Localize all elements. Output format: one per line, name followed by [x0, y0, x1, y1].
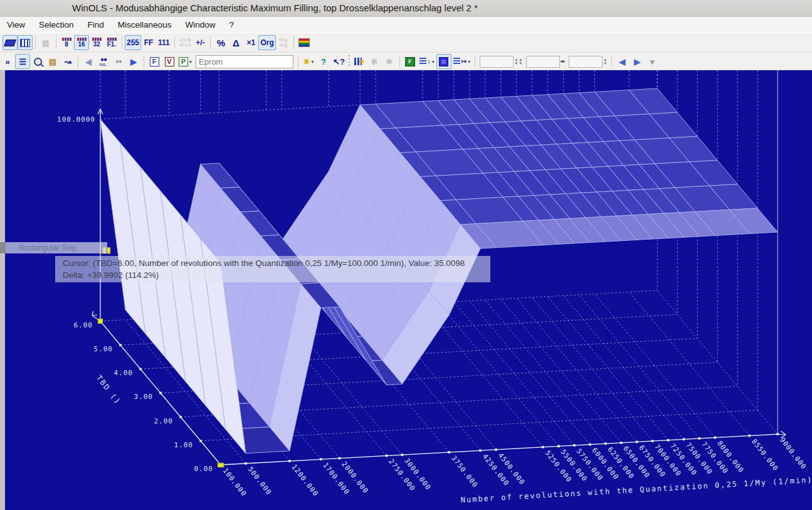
- toolbar-main: ▦81632F1.255FF111LO HIHI LO+/-%Δ×1OrgOrg…: [0, 33, 812, 53]
- delta-button[interactable]: Δ: [228, 35, 243, 50]
- letter-f-button[interactable]: F: [147, 54, 162, 69]
- spinner-left-right[interactable]: ◂▸: [560, 58, 565, 65]
- help-button[interactable]: ?: [316, 54, 331, 69]
- height-spinner[interactable]: ▲▼: [567, 54, 609, 69]
- letter-p-button[interactable]: P▾: [177, 54, 194, 69]
- snip-dot-icon: ●: [11, 245, 14, 251]
- svg-text:1200.000: 1200.000: [290, 463, 320, 498]
- list-icon: [419, 58, 426, 65]
- menu-item-miscellaneous[interactable]: Miscellaneous: [111, 18, 179, 31]
- width-8-button[interactable]: 8: [59, 35, 74, 50]
- column-width-button[interactable]: ↦▾: [451, 54, 472, 69]
- scroll-map-button[interactable]: ▤: [45, 54, 60, 69]
- svg-text:100.0000: 100.0000: [57, 115, 95, 124]
- svg-text:3750.000: 3750.000: [450, 454, 480, 489]
- magnifier-icon: [34, 58, 42, 66]
- menu-item-selection[interactable]: Selection: [32, 18, 81, 31]
- binoculars-icon: ●●: [115, 58, 122, 65]
- search-back-button[interactable]: ◀: [81, 54, 96, 69]
- eprom-input[interactable]: [194, 54, 295, 69]
- cursor-tooltip-line1: Cursor: (TBD=6.00, Number of revolutions…: [63, 257, 490, 269]
- toolbar-separator: [399, 55, 400, 68]
- svg-text:Number of revolutions with the: Number of revolutions with the Quantizat…: [460, 475, 812, 504]
- spin-box[interactable]: [526, 56, 560, 68]
- dropdown-caret-icon[interactable]: ▾: [189, 59, 192, 65]
- dropdown-caret-icon[interactable]: ▾: [468, 59, 470, 65]
- value-spinner[interactable]: ▲▼▲▼: [478, 54, 524, 69]
- map-3d-icon: [4, 40, 16, 46]
- map-list-caret[interactable]: ▾: [645, 54, 660, 69]
- percent-button[interactable]: %: [213, 35, 228, 50]
- factor-button[interactable]: ×1: [243, 35, 258, 50]
- svg-text:2.00: 2.00: [154, 417, 174, 425]
- toolbar-separator: [56, 36, 56, 49]
- window-title: WinOLS - Modusabhängige Characteristic M…: [72, 3, 478, 13]
- colors-button[interactable]: [297, 35, 312, 50]
- search-forward-button[interactable]: ▶: [126, 54, 141, 69]
- wand-spark-icon: ✱: [359, 58, 364, 65]
- wizard-3-button: ✱: [382, 54, 397, 69]
- pane-toggle-button[interactable]: »: [0, 54, 15, 69]
- toolbar-navigation: »☰▤↝◀●●101..●●▶FVP▾✳▾?↖?✱✱✱F↕▾↦▾▲▼▲▼◂▸▲▼…: [0, 53, 812, 70]
- width-32-button[interactable]: 32: [89, 35, 104, 50]
- binary-view-button[interactable]: 111: [156, 35, 172, 50]
- list-icon: [453, 58, 460, 65]
- spin-box[interactable]: [569, 56, 603, 68]
- view-3d-button[interactable]: [3, 35, 18, 50]
- view-2d-button[interactable]: [18, 35, 33, 50]
- toolbar-separator: [210, 36, 211, 49]
- checkered-f-button[interactable]: F: [403, 54, 418, 69]
- row-height-button[interactable]: ↕▾: [418, 54, 436, 69]
- prev-map-button[interactable]: ◀: [614, 54, 630, 69]
- map-display-mode-button[interactable]: [436, 54, 451, 69]
- letter-v-button[interactable]: V: [162, 54, 177, 69]
- svg-text:5.00: 5.00: [94, 345, 113, 353]
- hex-view-button[interactable]: FF: [141, 35, 156, 50]
- menu-item-find[interactable]: Find: [81, 18, 111, 31]
- toolbar-separator: [349, 55, 350, 68]
- snip-edge-square: [0, 242, 6, 253]
- original-button[interactable]: Org: [258, 35, 275, 50]
- map-display-icon: [439, 57, 448, 66]
- next-map-button[interactable]: ▶: [630, 54, 645, 69]
- width-16-button[interactable]: 16: [74, 35, 89, 50]
- connect-points-button[interactable]: ↝: [60, 54, 75, 69]
- svg-text:6.00: 6.00: [74, 321, 93, 329]
- svg-text:8550.000: 8550.000: [750, 437, 780, 472]
- sign-button[interactable]: +/-: [192, 35, 208, 50]
- green-f-icon: F: [405, 57, 415, 66]
- cursor-tooltip: Cursor: (TBD=6.00, Number of revolutions…: [55, 256, 490, 282]
- map-3d-view[interactable]: 0.001.002.003.004.005.006.00100.000500.0…: [5, 70, 812, 510]
- search-binoculars-button[interactable]: ●●101..: [96, 54, 111, 69]
- import-button[interactable]: ✳▾: [301, 54, 316, 69]
- toolbar-separator: [611, 55, 612, 68]
- hexdump-button: ▦: [38, 35, 53, 50]
- cursor-tooltip-line2: Delta: +39.9902 (114.2%): [63, 269, 490, 281]
- preview-button[interactable]: [30, 54, 45, 69]
- spin-box[interactable]: [480, 56, 514, 68]
- spinner-up-down[interactable]: ▲▼: [514, 58, 518, 65]
- tree-view-button[interactable]: ☰: [15, 54, 30, 69]
- toolbar-separator: [298, 55, 298, 68]
- surface-chart[interactable]: 0.001.002.003.004.005.006.00100.000500.0…: [5, 70, 812, 510]
- colors-icon: [298, 38, 310, 47]
- map-2d-icon: [20, 39, 30, 47]
- menu-item-window[interactable]: Window: [178, 18, 222, 31]
- map-wizard-button[interactable]: ✱: [352, 54, 367, 69]
- svg-text:500.000: 500.000: [246, 465, 273, 497]
- dropdown-caret-icon[interactable]: ▾: [432, 59, 435, 65]
- toolbar-separator: [122, 36, 122, 49]
- menu-item-view[interactable]: View: [0, 18, 32, 31]
- width-spinner[interactable]: ◂▸: [524, 54, 567, 69]
- toolbar-separator: [144, 55, 144, 68]
- menu-item-[interactable]: ?: [222, 18, 241, 31]
- context-help-button[interactable]: ↖?: [331, 54, 347, 69]
- decimal-view-button[interactable]: 255: [125, 35, 141, 50]
- byte-order-button: LO HIHI LO: [177, 35, 193, 50]
- width-float-button[interactable]: F1.: [104, 35, 119, 50]
- svg-text:9000.000: 9000.000: [778, 436, 808, 471]
- svg-text:4.00: 4.00: [114, 369, 134, 377]
- spinner-up-down[interactable]: ▲▼: [519, 58, 522, 65]
- eprom-input[interactable]: [196, 55, 293, 68]
- spinner-up-down[interactable]: ▲▼: [603, 58, 607, 65]
